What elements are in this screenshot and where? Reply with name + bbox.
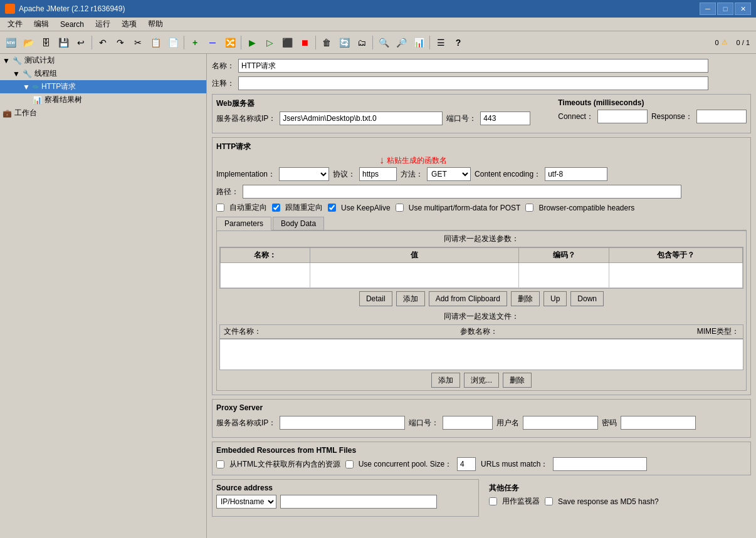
cb-follow-redirect-label: 跟随重定向 [285, 202, 323, 213]
tab-parameters[interactable]: Parameters [216, 217, 271, 230]
proxy-pass-input[interactable] [621, 416, 696, 430]
impl-select[interactable] [279, 167, 329, 181]
connect-label: Connect： [558, 111, 594, 122]
tb-save[interactable]: 🗄 [38, 34, 54, 51]
connect-input[interactable] [597, 110, 648, 123]
add-file-button[interactable]: 添加 [431, 373, 460, 388]
tb-open[interactable]: 📂 [20, 34, 36, 51]
title-bar-controls: ─ □ ✕ [700, 3, 751, 15]
col-value-header: 值 [310, 248, 519, 263]
concurrent-size[interactable] [457, 457, 476, 471]
results-icon: 📊 [33, 96, 42, 105]
tb-play-no-pause[interactable]: ▷ [261, 34, 278, 51]
cb-embed[interactable] [216, 460, 224, 468]
up-button[interactable]: Up [543, 291, 567, 306]
error-count: 0 [715, 39, 718, 46]
cb-md5[interactable] [545, 497, 553, 505]
proxy-server-label: 服务器名称或IP： [216, 418, 276, 428]
tb-revert[interactable]: ↩ [73, 34, 89, 51]
tb-magnify[interactable]: 🔎 [393, 34, 409, 51]
tb-report[interactable]: 📊 [411, 34, 427, 51]
left-panel: ▼ 🔧 测试计划 ▼ 🔧 线程组 ▼ ✏ HTTP请求 📊 察看结果树 💼 工作… [0, 54, 207, 538]
minimize-button[interactable]: ─ [700, 3, 716, 15]
counter-badge: 0 / 1 [733, 38, 753, 48]
tree-item-workbench[interactable]: 💼 工作台 [0, 106, 206, 120]
tree-item-thread-group[interactable]: ▼ 🔧 线程组 [0, 67, 206, 80]
tb-clear2[interactable]: 🔄 [336, 34, 352, 51]
comment-input[interactable] [238, 76, 708, 90]
title-bar-text: Apache JMeter (2.12 r1636949) [19, 4, 125, 13]
source-section: Source address IP/Hostname [212, 479, 479, 517]
menu-search[interactable]: Search [55, 19, 89, 30]
tb-save2[interactable]: 💾 [55, 34, 71, 51]
tree-item-test-plan[interactable]: ▼ 🔧 测试计划 [0, 54, 206, 67]
tree-item-results[interactable]: 📊 察看结果树 [0, 93, 206, 106]
web-server-section: Web服务器 服务器名称或IP： 端口号： Timeouts (millisec… [212, 94, 751, 133]
tb-remove[interactable]: ─ [204, 34, 221, 51]
embed-title: Embedded Resources from HTML Files [216, 446, 747, 455]
tb-add[interactable]: + [187, 34, 203, 51]
tb-help[interactable]: ? [450, 34, 466, 51]
cb-monitor[interactable] [489, 497, 497, 505]
source-select[interactable]: IP/Hostname [216, 495, 276, 509]
menu-file[interactable]: 文件 [3, 18, 28, 31]
add-clipboard-button[interactable]: Add from Clipboard [429, 291, 507, 306]
tb-search[interactable]: 🔍 [375, 34, 392, 51]
cb-browser-compat[interactable] [525, 204, 533, 212]
tb-redo[interactable]: ↷ [112, 34, 129, 51]
tb-undo[interactable]: ↶ [95, 34, 111, 51]
tb-paste[interactable]: 📄 [165, 34, 181, 51]
tb-toggle[interactable]: 🔀 [222, 34, 238, 51]
cb-follow-redirect[interactable] [272, 204, 280, 212]
protocol-input[interactable] [359, 167, 397, 181]
menu-help[interactable]: 帮助 [143, 18, 168, 31]
cb-keepalive[interactable] [328, 204, 336, 212]
tb-stop[interactable]: ⬛ [279, 34, 295, 51]
maximize-button[interactable]: □ [717, 3, 733, 15]
proxy-title: Proxy Server [216, 403, 747, 412]
delete-param-button[interactable]: 删除 [511, 291, 540, 306]
path-input[interactable] [243, 185, 681, 199]
server-label: 服务器名称或IP： [216, 113, 276, 124]
files-header: 文件名称： 参数名称： MIME类型： [219, 324, 743, 339]
tab-body-data[interactable]: Body Data [273, 217, 324, 230]
menu-options[interactable]: 选项 [117, 18, 142, 31]
urls-match-input[interactable] [553, 457, 647, 471]
workbench-icon: 💼 [3, 109, 12, 118]
server-input[interactable] [280, 111, 443, 125]
expand-icon-test-plan: ▼ [3, 56, 10, 65]
tree-item-http-request[interactable]: ▼ ✏ HTTP请求 [0, 80, 206, 93]
detail-button[interactable]: Detail [359, 291, 392, 306]
tb-stop2[interactable]: ⏹ [297, 34, 313, 51]
browse-button[interactable]: 浏览... [464, 373, 499, 388]
menu-edit[interactable]: 编辑 [29, 18, 54, 31]
tb-clear[interactable]: 🗑 [318, 34, 335, 51]
add-param-button[interactable]: 添加 [396, 291, 425, 306]
cb-auto-redirect[interactable] [216, 204, 224, 212]
response-input[interactable] [696, 110, 747, 123]
delete-file-button[interactable]: 删除 [503, 373, 532, 388]
tb-new[interactable]: 🆕 [3, 34, 19, 51]
close-button[interactable]: ✕ [735, 3, 751, 15]
name-input[interactable] [238, 59, 708, 73]
cb-multipart[interactable] [396, 204, 404, 212]
port-input[interactable] [480, 111, 530, 125]
proxy-server-input[interactable] [280, 416, 405, 430]
tb-cut[interactable]: ✂ [130, 34, 146, 51]
method-select[interactable]: GET POST [427, 167, 471, 181]
tb-list[interactable]: ☰ [433, 34, 449, 51]
menu-run[interactable]: 运行 [90, 18, 115, 31]
tb-clear3[interactable]: 🗂 [354, 34, 370, 51]
cb-concurrent[interactable] [345, 460, 354, 468]
bottom-row: Source address IP/Hostname 其他任务 用作监视器 [212, 479, 751, 520]
down-button[interactable]: Down [570, 291, 604, 306]
encoding-input[interactable] [545, 167, 607, 181]
proxy-port-input[interactable] [443, 416, 493, 430]
source-input[interactable] [280, 495, 437, 509]
tb-copy[interactable]: 📋 [147, 34, 164, 51]
proxy-user-input[interactable] [523, 416, 598, 430]
col-encode-header: 编码？ [519, 248, 609, 263]
cb-browser-compat-label: Browser-compatible headers [538, 204, 634, 212]
tb-play[interactable]: ▶ [244, 34, 260, 51]
params-section-label: 同请求一起发送参数： [219, 234, 743, 244]
